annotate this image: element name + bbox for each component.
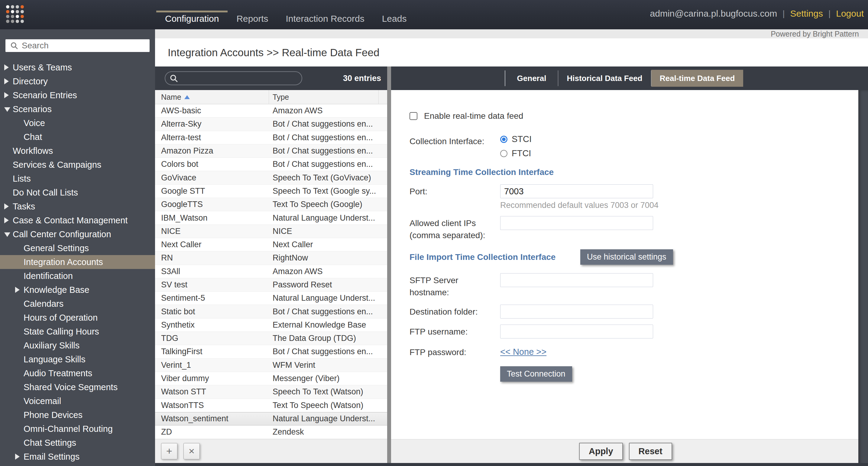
ftci-radio[interactable] <box>500 150 507 157</box>
sidebar-item-do-not-call-lists[interactable]: Do Not Call Lists <box>0 186 155 199</box>
table-row[interactable]: GoogleTTS Text To Speech (Google) <box>155 198 387 211</box>
pane-divider[interactable] <box>387 66 391 463</box>
sidebar-item-identification[interactable]: Identification <box>0 269 155 283</box>
topnav-tab-leads[interactable]: Leads <box>373 0 415 29</box>
table-row[interactable]: GoVivace Speech To Text (GoVivace) <box>155 171 387 184</box>
account-type: External Knowledge Base <box>269 320 379 330</box>
column-header-name[interactable]: Name <box>155 90 269 104</box>
settings-link[interactable]: Settings <box>790 8 823 19</box>
table-row[interactable]: Google STT Speech To Text (Google sy... <box>155 185 387 198</box>
table-row[interactable]: S3All Amazon AWS <box>155 265 387 278</box>
table-row[interactable]: TalkingFirst Bot / Chat suggestions en..… <box>155 345 387 359</box>
sidebar-item-users-teams[interactable]: Users & Teams <box>0 60 155 74</box>
detail-tab-general[interactable]: General <box>505 70 558 87</box>
use-historical-settings-button[interactable]: Use historical settings <box>580 249 673 265</box>
sidebar-item-email-settings[interactable]: Email Settings <box>0 450 155 464</box>
table-row[interactable]: Alterra-test Bot / Chat suggestions en..… <box>155 131 387 145</box>
test-connection-button[interactable]: Test Connection <box>500 366 572 382</box>
sidebar-item-directory[interactable]: Directory <box>0 74 155 88</box>
sidebar-item-chat[interactable]: Chat <box>0 130 155 144</box>
account-type: Bot / Chat suggestions en... <box>269 347 379 356</box>
logout-link[interactable]: Logout <box>836 8 864 19</box>
sidebar-item-audio-treatments[interactable]: Audio Treatments <box>0 366 155 380</box>
apply-button[interactable]: Apply <box>579 443 623 460</box>
sidebar-item-chat-settings[interactable]: Chat Settings <box>0 436 155 450</box>
detail-tab-historical-data-feed[interactable]: Historical Data Feed <box>558 70 651 87</box>
sidebar-item-voice[interactable]: Voice <box>0 116 155 130</box>
ftp-username-input[interactable] <box>500 324 653 339</box>
table-row[interactable]: Colors bot Bot / Chat suggestions en... <box>155 158 387 171</box>
detail-tab-real-time-data-feed[interactable]: Real-time Data Feed <box>651 70 743 87</box>
topnav-tab-configuration[interactable]: Configuration <box>156 0 227 29</box>
table-row[interactable]: RN RightNow <box>155 251 387 265</box>
sidebar-item-integration-accounts[interactable]: Integration Accounts <box>0 255 155 269</box>
account-name: IBM_Watson <box>155 213 269 223</box>
enable-realtime-label: Enable real-time data feed <box>424 111 523 121</box>
sidebar-item-workflows[interactable]: Workflows <box>0 144 155 158</box>
column-header-type[interactable]: Type <box>269 90 379 104</box>
sidebar-item-auxiliary-skills[interactable]: Auxiliary Skills <box>0 339 155 352</box>
destination-folder-input[interactable] <box>500 305 653 318</box>
sidebar-item-call-center-configuration[interactable]: Call Center Configuration <box>0 227 155 241</box>
sidebar-item-language-skills[interactable]: Language Skills <box>0 352 155 366</box>
table-row[interactable]: AWS-basic Amazon AWS <box>155 104 387 118</box>
table-row[interactable]: Next Caller Next Caller <box>155 238 387 251</box>
topnav-tab-reports[interactable]: Reports <box>227 0 277 29</box>
account-name: NICE <box>155 227 269 236</box>
account-name: S3All <box>155 267 269 276</box>
add-account-button[interactable]: + <box>161 443 178 459</box>
account-type: NICE <box>269 227 379 236</box>
account-type: Amazon AWS <box>269 106 379 116</box>
table-row[interactable]: SV test Password Reset <box>155 278 387 291</box>
sidebar-item-general-settings[interactable]: General Settings <box>0 241 155 255</box>
sidebar-item-omni-channel-routing[interactable]: Omni-Channel Routing <box>0 422 155 436</box>
table-row[interactable]: Viber dummy Messenger (Viber) <box>155 372 387 385</box>
table-row[interactable]: Alterra-Sky Bot / Chat suggestions en... <box>155 118 387 131</box>
sidebar-item-lists[interactable]: Lists <box>0 172 155 186</box>
account-name: SV test <box>155 280 269 289</box>
expand-arrow-icon <box>4 107 10 112</box>
table-row[interactable]: TDG The Data Group (TDG) <box>155 332 387 345</box>
sidebar-item-tasks[interactable]: Tasks <box>0 199 155 213</box>
account-name: Synthetix <box>155 320 269 330</box>
table-row[interactable]: Synthetix External Knowledge Base <box>155 318 387 332</box>
delete-account-button[interactable]: × <box>183 443 200 459</box>
sftp-hostname-label: SFTP Server hostname: <box>409 273 500 299</box>
table-row[interactable]: ZD Zendesk <box>155 426 387 439</box>
table-row[interactable]: NICE NICE <box>155 225 387 238</box>
stci-radio-row[interactable]: STCI <box>500 134 532 144</box>
table-row[interactable]: IBM_Watson Natural Language Underst... <box>155 211 387 224</box>
table-row[interactable]: Amazon Pizza Bot / Chat suggestions en..… <box>155 145 387 158</box>
sidebar-item-calendars[interactable]: Calendars <box>0 297 155 311</box>
sidebar-item-phone-devices[interactable]: Phone Devices <box>0 408 155 422</box>
port-input[interactable] <box>500 184 653 198</box>
sidebar-search-input[interactable] <box>21 40 147 51</box>
reset-button[interactable]: Reset <box>629 443 672 460</box>
table-row[interactable]: Watson_sentiment Natural Language Unders… <box>155 412 387 426</box>
sidebar-item-voicemail[interactable]: Voicemail <box>0 394 155 408</box>
ftp-password-none-link[interactable]: << None >> <box>500 347 547 357</box>
sidebar-item-scenario-entries[interactable]: Scenario Entries <box>0 88 155 102</box>
sidebar-item-shared-voice-segments[interactable]: Shared Voice Segments <box>0 380 155 394</box>
sidebar-item-scenarios[interactable]: Scenarios <box>0 102 155 116</box>
sidebar-search-box[interactable] <box>5 39 150 52</box>
allowed-ips-input[interactable] <box>500 216 653 230</box>
topnav-tab-interaction-records[interactable]: Interaction Records <box>277 0 373 29</box>
table-row[interactable]: Verint_1 WFM Verint <box>155 359 387 372</box>
account-name: Watson_sentiment <box>155 414 269 424</box>
sidebar-item-state-calling-hours[interactable]: State Calling Hours <box>0 324 155 339</box>
ftci-radio-row[interactable]: FTCI <box>500 148 532 158</box>
sidebar-item-case-contact-management[interactable]: Case & Contact Management <box>0 213 155 227</box>
sftp-hostname-input[interactable] <box>500 273 653 287</box>
table-row[interactable]: WatsonTTS Text To Speech (Watson) <box>155 399 387 412</box>
table-row[interactable]: Watson STT Speech To Text (Watson) <box>155 385 387 399</box>
enable-realtime-checkbox[interactable] <box>409 112 417 120</box>
table-row[interactable]: Static bot Bot / Chat suggestions en... <box>155 305 387 318</box>
table-row[interactable]: Sentiment-5 Natural Language Underst... <box>155 291 387 305</box>
stci-radio[interactable] <box>500 136 507 143</box>
list-search-input[interactable] <box>181 73 298 84</box>
sidebar-item-services-campaigns[interactable]: Services & Campaigns <box>0 158 155 172</box>
sidebar-item-hours-of-operation[interactable]: Hours of Operation <box>0 311 155 324</box>
list-search-box[interactable] <box>165 71 302 85</box>
sidebar-item-knowledge-base[interactable]: Knowledge Base <box>0 283 155 297</box>
